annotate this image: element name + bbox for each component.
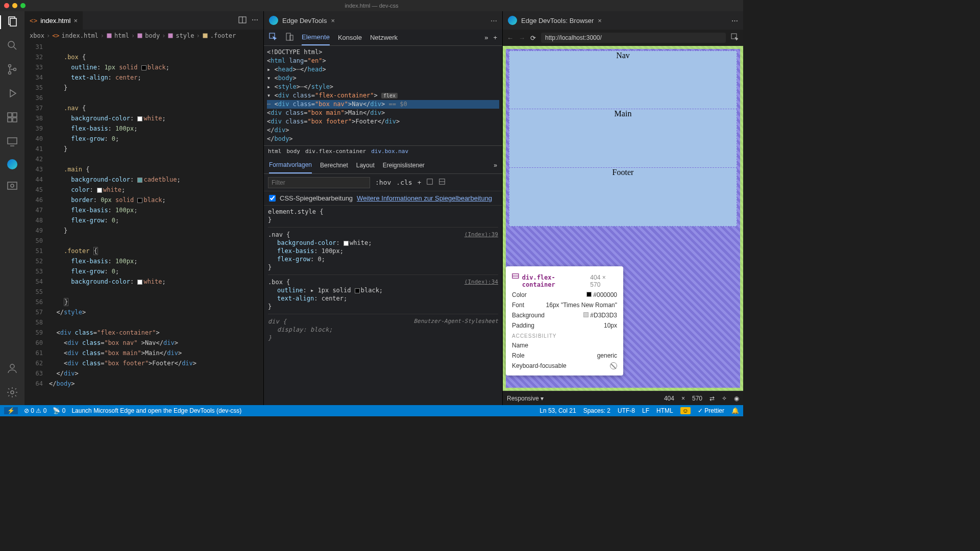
page-nav: Nav [509,51,737,109]
dom-breadcrumb[interactable]: html body div.flex-container div.box.nav [264,145,502,157]
pane-formatvorlagen[interactable]: Formatvorlagen [269,157,312,173]
computed-icon[interactable] [426,178,433,187]
back-icon[interactable]: ← [507,34,513,42]
extensions-icon[interactable] [6,111,18,125]
svg-rect-27 [427,179,433,185]
feedback-icon[interactable]: ☺ [680,407,691,414]
filter-input[interactable] [268,177,370,188]
split-editor-icon[interactable] [238,16,247,26]
plus-icon[interactable]: + [418,179,422,186]
bell-icon[interactable]: 🔔 [731,407,739,414]
svg-rect-12 [8,138,17,144]
svg-rect-14 [8,182,17,189]
launch-hint[interactable]: Launch Microsoft Edge and open the Edge … [71,407,241,414]
device-icon[interactable] [285,33,293,42]
css-mirror-checkbox[interactable] [269,195,276,202]
hov-toggle[interactable]: :hov [375,179,391,186]
browser-column: Edge DevTools: Browser × ⋯ ← → ⟳ http://… [502,11,743,405]
devtools-close-icon[interactable]: × [331,17,335,24]
settings-gear-icon[interactable] [6,386,18,400]
language-mode[interactable]: HTML [656,407,673,414]
edge-icon[interactable] [7,159,17,169]
tab-netzwerk[interactable]: Netzwerk [370,34,398,41]
screenshot-icon[interactable] [6,180,18,193]
svg-point-5 [9,72,11,74]
inspect-icon[interactable] [269,33,277,42]
inspect-icon[interactable] [731,33,739,43]
styles-panes: Formatvorlagen Berechnet Layout Ereignis… [264,157,502,174]
indent[interactable]: Spaces: 2 [583,407,610,414]
responsive-dropdown[interactable]: Responsive ▾ [507,395,544,402]
svg-line-3 [14,47,16,49]
svg-rect-22 [168,34,173,38]
pane-layout[interactable]: Layout [356,162,375,169]
ports[interactable]: 📡 0 [53,407,65,414]
pane-berechnet[interactable]: Berechnet [320,162,348,169]
git-icon[interactable] [6,63,18,77]
status-bar: ⚡ ⊘ 0 ⚠ 0 📡 0 Launch Microsoft Edge and … [0,405,743,416]
debug-icon[interactable] [6,87,18,101]
search-icon[interactable] [6,39,18,53]
chevron-right-icon[interactable]: » [494,162,497,169]
line-gutter: 3132333435363738394041424344454647484950… [24,42,49,405]
svg-rect-11 [13,113,17,117]
close-tab-icon[interactable]: × [74,17,78,24]
browser-title: Edge DevTools: Browser × ⋯ [503,11,743,30]
explorer-icon[interactable] [0,15,24,29]
remote-icon[interactable] [6,135,18,149]
chevron-right-icon[interactable]: » [484,34,488,41]
html-file-icon: <> [30,17,37,24]
device-toolbar: Responsive ▾ 404 × 570 ⇄ ✧ ◉ [503,391,743,405]
cursor-position[interactable]: Ln 53, Col 21 [540,407,576,414]
more-icon[interactable]: ⋯ [252,16,258,26]
prettier[interactable]: ✓ Prettier [698,407,724,414]
url-bar[interactable]: http://localhost:3000/ [541,33,726,43]
capture-icon[interactable]: ◉ [734,395,739,402]
svg-rect-21 [138,34,142,38]
css-mirror-link[interactable]: Weitere Informationen zur Spiegelbearbei… [357,194,492,202]
svg-point-16 [10,364,14,368]
editor-body[interactable]: 3132333435363738394041424344454647484950… [24,42,263,405]
editor-tab-index[interactable]: <> index.html × [24,11,83,30]
max-dot[interactable] [20,3,26,8]
pane-ereignislistener[interactable]: Ereignislistener [383,162,425,169]
browser-viewport[interactable]: Nav Main Footer div.flex-container 404 ×… [503,46,743,391]
height-input[interactable]: 570 [692,395,702,402]
plus-icon[interactable]: + [493,34,497,41]
encoding[interactable]: UTF-8 [618,407,635,414]
reload-icon[interactable]: ⟳ [530,34,536,42]
tab-elemente[interactable]: Elemente [302,30,330,45]
problems[interactable]: ⊘ 0 ⚠ 0 [24,407,46,414]
svg-point-2 [8,41,14,47]
close-dot[interactable] [4,3,9,8]
svg-rect-10 [13,118,17,122]
more-icon[interactable]: ⋯ [731,17,738,24]
more-icon[interactable]: ⋯ [491,17,497,24]
width-input[interactable]: 404 [664,395,674,402]
cls-toggle[interactable]: .cls [396,179,412,186]
dom-tree[interactable]: <!DOCTYPE html> <html lang="en"> ▸ <head… [264,46,502,145]
svg-point-15 [11,184,14,187]
account-icon[interactable] [6,362,18,376]
slash-icon [610,362,617,369]
svg-rect-9 [8,118,12,122]
browser-close-icon[interactable]: × [598,17,602,24]
svg-point-4 [9,65,11,67]
svg-rect-20 [107,34,112,38]
window-titlebar: index.html — dev-css [0,0,743,11]
layout-icon[interactable] [438,178,446,187]
touch-icon[interactable]: ✧ [722,395,727,402]
styles-filter: :hov .cls + [264,174,502,191]
page-main: Main [509,109,737,168]
devtools-title: Edge DevTools × ⋯ [264,11,502,30]
forward-icon[interactable]: → [519,34,525,42]
rotate-icon[interactable]: ⇄ [709,395,715,402]
remote-indicator[interactable]: ⚡ [4,407,18,414]
window-title: index.html — dev-css [345,3,398,9]
tab-konsole[interactable]: Konsole [338,34,362,41]
breadcrumb[interactable]: xbox› <> index.html› html› body› style› … [24,30,263,42]
styles-rules[interactable]: element.style { } .nav {(Index):39 backg… [264,206,502,405]
eol[interactable]: LF [642,407,649,414]
min-dot[interactable] [12,3,17,8]
code-content[interactable]: .box { outline: 1px solid black; text-al… [49,42,263,405]
